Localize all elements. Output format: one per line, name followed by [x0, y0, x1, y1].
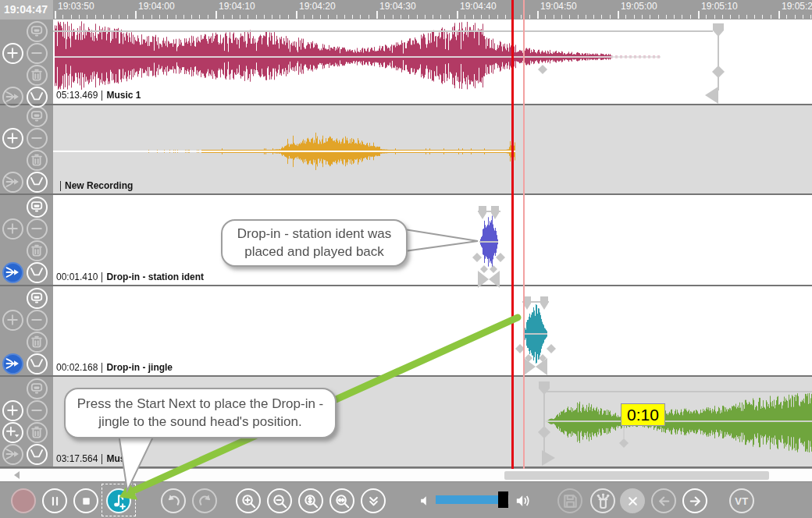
monitor-icon [29, 23, 45, 39]
zoom-in-icon [240, 492, 258, 510]
track-separator [0, 104, 812, 105]
trash-button[interactable] [27, 422, 48, 443]
ruler-tick [369, 15, 369, 19]
envelope-icon [29, 264, 45, 280]
envelope-button[interactable] [27, 353, 48, 374]
zoom-in-button[interactable] [236, 488, 261, 513]
speaker-low-icon[interactable] [419, 494, 432, 508]
collapse-tracks-button[interactable] [361, 488, 386, 513]
minus-button[interactable] [27, 310, 48, 331]
next-button[interactable] [682, 488, 707, 513]
merge-button[interactable] [2, 172, 23, 193]
trash-button[interactable] [27, 240, 48, 261]
horizontal-scrollbar[interactable] [0, 469, 812, 481]
merge-button[interactable] [2, 262, 23, 283]
plus-button[interactable] [2, 43, 23, 64]
minus-button[interactable] [27, 43, 48, 64]
plus-button[interactable] [2, 218, 23, 239]
redo-button[interactable] [192, 488, 217, 513]
track-label-drop-in-station-ident: 00:01.410Drop-in - station ident [56, 271, 204, 282]
ruler-tick [569, 15, 570, 19]
envelope-button[interactable] [27, 444, 48, 465]
zoom-vertical-button[interactable] [298, 488, 323, 513]
ruler-tick [135, 11, 137, 19]
undo-button[interactable] [161, 488, 186, 513]
monitor-button[interactable] [27, 21, 48, 42]
plus-icon [5, 130, 20, 146]
stop-button[interactable] [73, 488, 98, 513]
minus-icon [29, 221, 45, 236]
zoom-out-button[interactable] [267, 488, 292, 513]
merge-button[interactable] [2, 353, 23, 374]
timeline-ruler[interactable]: 19:03:5019:04:0019:04:1019:04:2019:04:30… [0, 0, 812, 20]
voice-track-button-button[interactable]: VT [729, 488, 754, 513]
speaker-loud-icon[interactable] [515, 492, 532, 509]
trash-icon [29, 424, 45, 440]
trash-button[interactable] [27, 150, 48, 171]
ruler-tick [473, 15, 474, 19]
label-divider [102, 454, 102, 464]
ruler-tick [320, 15, 321, 19]
ruler-tick [191, 15, 192, 19]
ruler-tick [529, 15, 530, 19]
plus-menu-button[interactable] [2, 422, 23, 443]
plus-button[interactable] [2, 310, 23, 331]
ruler-tick [465, 15, 465, 19]
merge-button[interactable] [2, 87, 23, 108]
trash-button[interactable] [27, 332, 48, 353]
record-button[interactable] [11, 488, 36, 513]
ruler-tick [545, 15, 546, 19]
ruler-tick [328, 15, 329, 19]
scrollbar-thumb[interactable] [504, 471, 769, 480]
monitor-button[interactable] [27, 106, 48, 127]
collapse-tracks-icon [365, 492, 383, 510]
plus-button[interactable] [2, 400, 23, 421]
undo-icon [165, 492, 183, 510]
envelope-button[interactable] [27, 87, 48, 108]
minus-button[interactable] [27, 218, 48, 239]
envelope-button[interactable] [27, 172, 48, 193]
ruler-tick [425, 15, 426, 19]
ruler-tick [71, 15, 72, 19]
plus-icon [5, 403, 20, 418]
minus-button[interactable] [27, 400, 48, 421]
ruler-tick [481, 15, 482, 19]
plus-menu-icon [5, 424, 20, 440]
ruler-tick [111, 15, 112, 19]
pause-button[interactable] [42, 488, 67, 513]
close-button[interactable] [620, 488, 645, 513]
ruler-tick [232, 15, 233, 19]
plus-icon [5, 221, 20, 236]
monitor-icon [29, 108, 45, 124]
ruler-tick-label: 19:04:30 [379, 1, 416, 12]
discard-recording-button[interactable] [590, 488, 615, 513]
envelope-button[interactable] [27, 262, 48, 283]
callout-start-next: Press the Start Next to place the Drop-i… [64, 388, 337, 438]
scroll-left-icon[interactable] [11, 469, 22, 481]
previous-button[interactable] [651, 488, 676, 513]
minus-button[interactable] [27, 128, 48, 149]
minus-icon [29, 403, 45, 418]
monitor-button[interactable] [27, 378, 48, 399]
plus-button[interactable] [2, 128, 23, 149]
track-label-new-recording: New Recording [56, 180, 133, 191]
save-button[interactable] [557, 488, 582, 513]
merge-button[interactable] [2, 444, 23, 465]
ruler-tick [384, 15, 385, 19]
label-divider [102, 272, 102, 282]
ruler-tick [698, 11, 700, 19]
ruler-tick [786, 15, 787, 19]
playhead-cursor[interactable] [511, 0, 514, 469]
zoom-range-icon [333, 492, 351, 510]
monitor-button[interactable] [27, 197, 48, 218]
ruler-tick [215, 11, 217, 19]
monitor-button[interactable] [27, 288, 48, 309]
trash-button[interactable] [27, 65, 48, 86]
volume-thumb[interactable] [498, 491, 508, 508]
ruler-tick [610, 15, 611, 19]
zoom-range-button[interactable] [329, 488, 354, 513]
ruler-tick [55, 11, 56, 19]
monitor-icon [29, 199, 45, 215]
envelope-icon [29, 446, 45, 462]
minus-icon [29, 45, 45, 61]
